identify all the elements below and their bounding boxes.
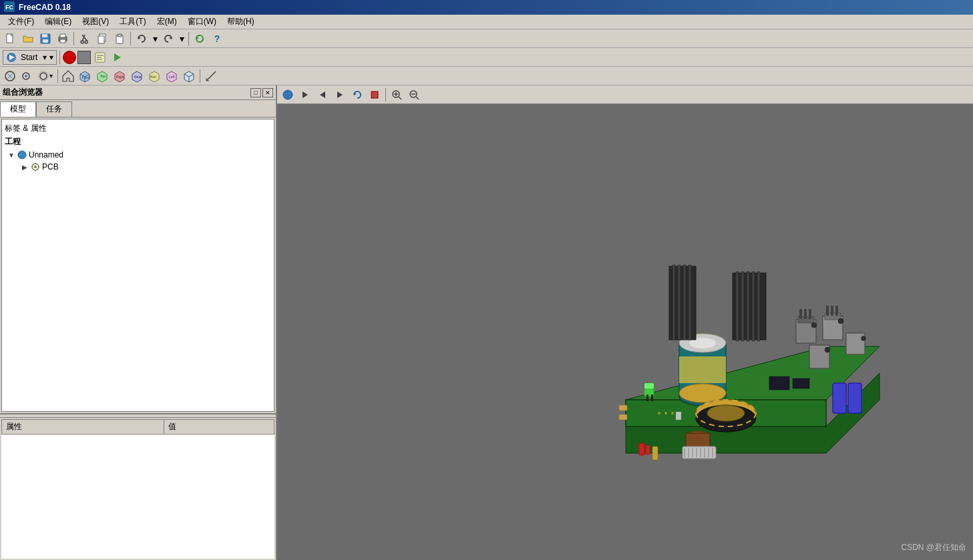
pcb-3d-model [532,186,920,493]
svg-point-47 [34,166,37,168]
svg-rect-129 [639,443,644,455]
view-right-button[interactable]: Right [112,68,128,84]
svg-text:Front: Front [82,75,90,79]
expand-pcb[interactable]: ▶ [19,164,30,171]
watermark: CSDN @君任知命 [901,542,966,553]
tree-item-unnamed[interactable]: ▼ Unnamed [5,149,271,161]
app-icon: FC [4,1,15,14]
svg-point-97 [811,322,817,328]
svg-rect-69 [619,414,627,420]
svg-rect-109 [848,383,861,413]
nav-refresh-button[interactable] [349,87,365,103]
panel-close-button[interactable]: ✕ [262,88,273,97]
svg-rect-95 [804,309,807,319]
svg-line-41 [206,71,216,81]
svg-rect-128 [676,412,681,420]
start-dropdown[interactable]: Start ▾ [3,50,57,65]
toolbar3: ▾ Front Top Right Rear [0,67,973,85]
svg-text:Rear: Rear [134,75,142,79]
panel-header: 组合浏览器 □ ✕ [0,85,276,100]
nav-stop-button[interactable] [367,87,383,103]
macro-editor-button[interactable] [92,49,108,65]
sep3-1 [57,69,58,83]
new-button[interactable] [3,31,19,47]
svg-point-79 [707,405,745,421]
help-button[interactable]: ? [209,31,225,47]
menu-tools[interactable]: 工具(T) [114,15,151,29]
menu-macro[interactable]: 宏(M) [152,15,182,29]
svg-rect-82 [672,265,675,340]
svg-text:Left: Left [169,75,175,79]
nav-zoom-in-button[interactable] [389,87,405,103]
nav-forward-button[interactable] [297,87,313,103]
prop-col-name: 属性 [2,420,164,435]
save-all-button[interactable] [37,31,53,47]
refresh-button[interactable] [192,31,208,47]
open-button[interactable] [20,31,36,47]
stop-button[interactable] [77,51,91,64]
svg-rect-100 [826,306,829,316]
svg-point-32 [25,75,27,77]
view-left-button[interactable]: Left [164,68,180,84]
tab-model[interactable]: 模型 [0,101,36,117]
svg-rect-113 [646,394,648,401]
fit-all-button[interactable] [3,69,17,83]
menu-file[interactable]: 文件(F) [3,15,39,29]
menu-view[interactable]: 视图(V) [77,15,114,29]
redo-button[interactable] [160,31,176,47]
toolbar2: Start ▾ [0,48,973,67]
nav-zoom-out-button[interactable] [406,87,422,103]
svg-point-133 [664,412,667,414]
svg-point-103 [838,318,843,324]
tab-tasks[interactable]: 任务 [36,101,72,117]
draw-style-button[interactable]: ▾ [35,69,55,83]
svg-marker-58 [337,91,343,98]
svg-marker-56 [303,91,308,98]
properties-header [0,414,276,418]
view-front-button[interactable]: Front [77,68,93,84]
cut-button[interactable] [77,31,93,47]
tree-area: 标签 & 属性 工程 ▼ Unnamed ▶ [1,119,274,412]
nav-globe-button[interactable] [280,87,296,103]
record-button[interactable] [63,51,76,64]
copy-button[interactable] [94,31,110,47]
view-iso-button[interactable] [181,68,197,84]
menu-help[interactable]: 帮助(H) [222,15,260,29]
undo-dropdown[interactable]: ▾ [151,31,159,47]
view-bottom-button[interactable]: Bott [146,68,162,84]
view-home-button[interactable] [61,69,75,83]
svg-rect-119 [683,447,716,459]
menu-window[interactable]: 窗口(W) [182,15,222,29]
view-top-button[interactable]: Top [94,68,110,84]
measure-button[interactable] [203,68,219,84]
svg-text:FC: FC [5,4,13,11]
print-button[interactable] [55,31,71,47]
svg-rect-17 [118,34,122,37]
macro-play-button[interactable] [110,49,126,65]
panel-restore-button[interactable]: □ [250,88,261,97]
nav-toolbar [277,85,973,104]
svg-marker-20 [196,37,199,39]
nav-forward2-button[interactable] [332,87,348,103]
svg-rect-83 [678,265,680,340]
svg-marker-19 [169,37,172,39]
redo-dropdown[interactable]: ▾ [178,31,186,47]
menu-edit[interactable]: 编辑(E) [39,15,77,29]
tree-item-pcb[interactable]: ▶ PCB [5,161,271,173]
svg-text:Bott: Bott [150,75,157,79]
nav-sep1 [385,88,386,101]
undo-button[interactable] [134,31,150,47]
paste-button[interactable] [112,31,128,47]
svg-point-105 [825,347,830,352]
fit-selection-button[interactable] [19,69,33,83]
sep3-2 [200,69,200,83]
viewport[interactable]: CSDN @君任知命 [277,85,973,560]
section-engineering: 工程 [5,135,271,149]
svg-rect-75 [679,356,726,383]
unnamed-icon [17,150,27,160]
unnamed-label: Unnamed [29,150,63,160]
view-rear-button[interactable]: Rear [129,68,145,84]
expand-unnamed[interactable]: ▼ [6,152,17,159]
nav-back-button[interactable] [315,87,331,103]
svg-rect-114 [769,376,789,390]
